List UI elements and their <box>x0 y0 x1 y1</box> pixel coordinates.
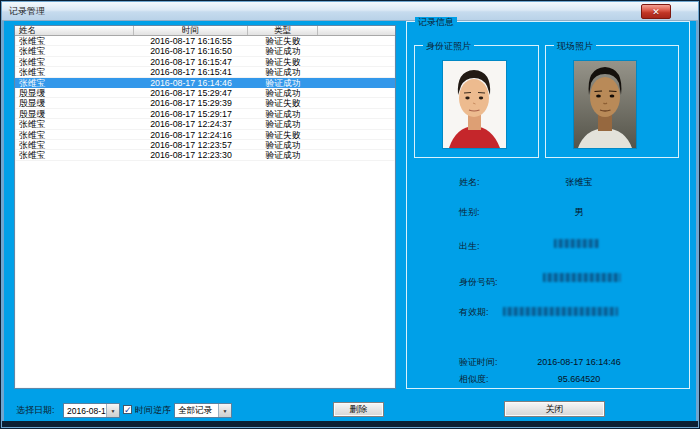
window-bottom-frame <box>2 421 698 427</box>
field-value-name: 张维宝 <box>499 177 659 187</box>
cell-time: 2016-08-17 12:23:30 <box>134 150 248 160</box>
id-photo-group: 身份证照片 <box>414 45 539 158</box>
cell-name: 张维宝 <box>15 36 134 46</box>
cell-time: 2016-08-17 16:15:47 <box>134 57 248 67</box>
table-body: 张维宝 2016-08-17 16:16:55 验证失败 张维宝 2016-08… <box>15 36 395 161</box>
table-row[interactable]: 殷显缓 2016-08-17 15:29:39 验证失败 <box>15 98 395 108</box>
cell-type: 验证失败 <box>248 98 318 108</box>
table-row[interactable]: 张维宝 2016-08-17 16:15:41 验证成功 <box>15 67 395 77</box>
column-header-empty[interactable] <box>318 26 395 35</box>
redacted-birth-value <box>554 239 599 248</box>
date-select-label: 选择日期: <box>16 405 55 415</box>
cell-name: 殷显缓 <box>15 98 134 108</box>
cell-empty <box>318 98 395 108</box>
record-manager-window: 记录管理 ✕ 姓名 时间 类型 张维宝 2016-08-17 16:16:55 … <box>0 0 700 429</box>
cell-empty <box>318 130 395 140</box>
id-photo <box>443 61 506 148</box>
close-button[interactable]: 关闭 <box>504 401 605 417</box>
cell-time: 2016-08-17 15:29:17 <box>134 109 248 119</box>
table-row[interactable]: 张维宝 2016-08-17 12:24:37 验证成功 <box>15 119 395 129</box>
date-select[interactable]: 2016-08-17 ▼ <box>63 403 120 418</box>
field-label-similarity: 相似度: <box>459 374 489 384</box>
table-row[interactable]: 张维宝 2016-08-17 16:16:55 验证失败 <box>15 36 395 46</box>
live-photo <box>574 61 636 148</box>
cell-type: 验证失败 <box>248 130 318 140</box>
check-icon: ✓ <box>124 405 132 415</box>
cell-empty <box>318 88 395 98</box>
field-value-verifytime: 2016-08-17 16:14:46 <box>499 357 659 367</box>
order-checkbox[interactable]: ✓ <box>123 405 132 414</box>
redacted-validity-value <box>503 307 618 316</box>
cell-time: 2016-08-17 16:16:50 <box>134 46 248 56</box>
table-row[interactable]: 张维宝 2016-08-17 16:15:47 验证失败 <box>15 57 395 67</box>
cell-name: 张维宝 <box>15 57 134 67</box>
filter-select-value: 全部记录 <box>175 405 218 417</box>
cell-name: 张维宝 <box>15 140 134 150</box>
cell-empty <box>318 46 395 56</box>
chevron-down-icon[interactable]: ▼ <box>106 404 119 417</box>
table-row[interactable]: 殷显缓 2016-08-17 15:29:17 验证成功 <box>15 109 395 119</box>
cell-name: 张维宝 <box>15 150 134 160</box>
cell-time: 2016-08-17 15:29:47 <box>134 88 248 98</box>
cell-type: 验证成功 <box>248 88 318 98</box>
cell-name: 张维宝 <box>15 46 134 56</box>
field-label-name: 姓名: <box>459 177 480 187</box>
chevron-down-icon[interactable]: ▼ <box>218 404 231 417</box>
cell-type: 验证成功 <box>248 119 318 129</box>
id-photo-label: 身份证照片 <box>423 41 474 51</box>
window-title: 记录管理 <box>9 5 45 18</box>
cell-time: 2016-08-17 16:16:55 <box>134 36 248 46</box>
cell-type: 验证成功 <box>248 67 318 77</box>
cell-empty <box>318 78 395 88</box>
cell-type: 验证失败 <box>248 57 318 67</box>
column-header-name[interactable]: 姓名 <box>15 26 134 35</box>
delete-button[interactable]: 删除 <box>333 402 384 417</box>
cell-type: 验证失败 <box>248 36 318 46</box>
window-close-button[interactable]: ✕ <box>641 4 671 19</box>
cell-time: 2016-08-17 15:29:39 <box>134 98 248 108</box>
field-label-idnumber: 身份号码: <box>459 277 498 287</box>
redacted-idnumber-value <box>543 273 621 282</box>
cell-type: 验证成功 <box>248 78 318 88</box>
column-header-type[interactable]: 类型 <box>248 26 318 35</box>
cell-empty <box>318 67 395 77</box>
cell-name: 张维宝 <box>15 130 134 140</box>
table-row[interactable]: 张维宝 2016-08-17 12:23:57 验证成功 <box>15 140 395 150</box>
table-row[interactable]: 殷显缓 2016-08-17 15:29:47 验证成功 <box>15 88 395 98</box>
column-header-time[interactable]: 时间 <box>134 26 248 35</box>
field-label-validity: 有效期: <box>459 307 489 317</box>
cell-empty <box>318 119 395 129</box>
cell-type: 验证成功 <box>248 140 318 150</box>
table-row[interactable]: 张维宝 2016-08-17 12:23:30 验证成功 <box>15 150 395 160</box>
record-info-group: 记录信息 身份证照片 现场照片 <box>406 21 690 389</box>
cell-time: 2016-08-17 16:15:41 <box>134 67 248 77</box>
titlebar[interactable]: 记录管理 ✕ <box>2 2 698 21</box>
cell-type: 验证成功 <box>248 46 318 56</box>
filter-select[interactable]: 全部记录 ▼ <box>174 403 232 418</box>
cell-type: 验证成功 <box>248 150 318 160</box>
table-header: 姓名 时间 类型 <box>15 26 395 36</box>
table-row[interactable]: 张维宝 2016-08-17 12:24:16 验证失败 <box>15 130 395 140</box>
cell-time: 2016-08-17 16:14:46 <box>134 78 248 88</box>
cell-type: 验证成功 <box>248 109 318 119</box>
field-value-similarity: 95.664520 <box>499 374 659 384</box>
close-icon: ✕ <box>652 7 660 17</box>
field-label-birth: 出生: <box>459 241 480 251</box>
cell-empty <box>318 36 395 46</box>
cell-name: 殷显缓 <box>15 109 134 119</box>
cell-time: 2016-08-17 12:24:37 <box>134 119 248 129</box>
field-label-verifytime: 验证时间: <box>459 357 498 367</box>
cell-time: 2016-08-17 12:24:16 <box>134 130 248 140</box>
cell-empty <box>318 57 395 67</box>
cell-name: 殷显缓 <box>15 88 134 98</box>
record-info-title: 记录信息 <box>415 17 457 27</box>
cell-name: 张维宝 <box>15 78 134 88</box>
live-photo-label: 现场照片 <box>554 41 596 51</box>
field-value-gender: 男 <box>499 207 659 217</box>
field-label-gender: 性别: <box>459 207 480 217</box>
table-row[interactable]: 张维宝 2016-08-17 16:14:46 验证成功 <box>15 78 395 88</box>
order-checkbox-label: 时间逆序 <box>135 405 171 415</box>
cell-empty <box>318 150 395 160</box>
cell-name: 张维宝 <box>15 67 134 77</box>
table-row[interactable]: 张维宝 2016-08-17 16:16:50 验证成功 <box>15 46 395 56</box>
